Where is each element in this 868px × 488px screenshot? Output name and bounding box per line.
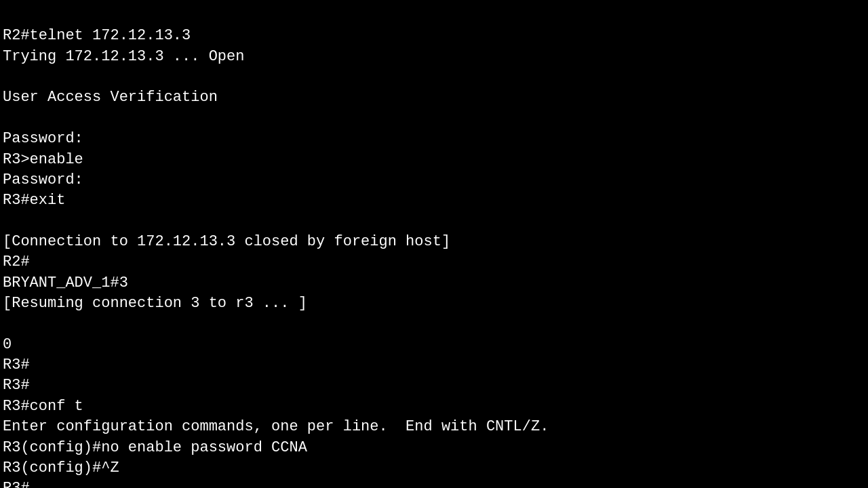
terminal-line: R3#exit: [3, 190, 865, 211]
terminal-line: Trying 172.12.13.3 ... Open: [3, 47, 865, 67]
terminal-line: R3#: [3, 355, 865, 375]
terminal-line: R3(config)#^Z: [3, 458, 865, 479]
terminal-line: BRYANT_ADV_1#3: [3, 273, 865, 293]
terminal-line: Password:: [3, 170, 865, 190]
terminal-line: 0: [3, 335, 865, 355]
terminal-line: R3(config)#no enable password CCNA: [3, 438, 865, 458]
terminal-line: User Access Verification: [3, 87, 865, 108]
terminal-line: R3#conf t: [3, 396, 865, 417]
terminal-line: Password:: [3, 129, 865, 149]
terminal-window[interactable]: R2#telnet 172.12.13.3Trying 172.12.13.3 …: [0, 0, 868, 488]
terminal-line: [Resuming connection 3 to r3 ... ]: [3, 293, 865, 314]
terminal-line: R3#: [3, 479, 865, 488]
terminal-line: R3>enable: [3, 150, 865, 170]
terminal-line: R3#: [3, 375, 865, 396]
terminal-line: [Connection to 172.12.13.3 closed by for…: [3, 232, 865, 252]
terminal-line: R2#telnet 172.12.13.3: [3, 26, 865, 46]
terminal-line: Enter configuration commands, one per li…: [3, 417, 865, 437]
terminal-line: R2#: [3, 252, 865, 272]
